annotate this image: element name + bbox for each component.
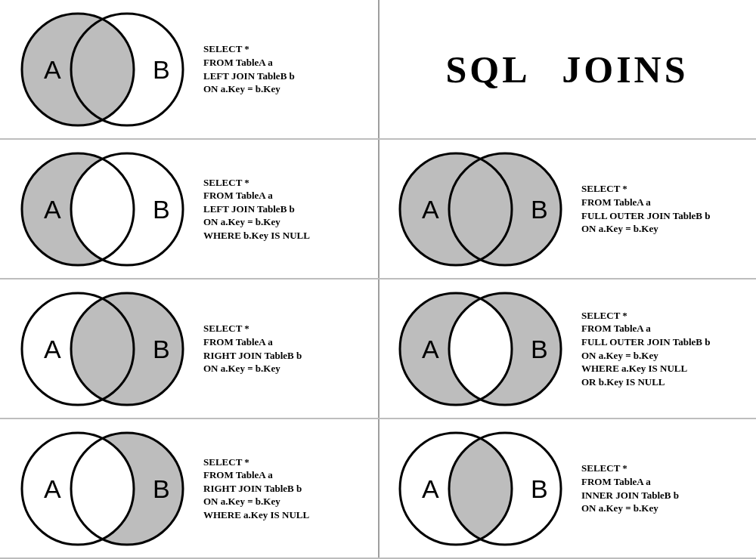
sql-inner-join: SELECT * FROM TableA a INNER JOIN TableB… [581, 462, 679, 514]
cell-title: SQL JOINS [378, 0, 756, 140]
label-b: B [153, 335, 170, 363]
cell-right-join-excl: A B SELECT * FROM TableA a RIGHT JOIN Ta… [0, 419, 378, 559]
label-b: B [531, 195, 548, 224]
venn-left-join-excl: A B [6, 145, 199, 273]
venn-full-outer: A B [384, 145, 577, 273]
label-b: B [153, 474, 170, 503]
label-b: B [531, 335, 548, 363]
venn-full-outer-excl: A B [384, 285, 577, 413]
page-title: SQL JOINS [445, 48, 688, 91]
label-a: A [44, 474, 61, 503]
cell-left-join: A B SELECT * FROM TableA a LEFT JOIN Tab… [0, 0, 378, 140]
venn-left-join: A B [6, 5, 199, 134]
sql-full-outer-excl: SELECT * FROM TableA a FULL OUTER JOIN T… [581, 309, 711, 388]
cell-left-join-excl: A B SELECT * FROM TableA a LEFT JOIN Tab… [0, 140, 378, 280]
cell-right-join: A B SELECT * FROM TableA a RIGHT JOIN Ta… [0, 280, 378, 419]
label-a: A [44, 335, 61, 363]
cell-inner-join: A B SELECT * FROM TableA a INNER JOIN Ta… [378, 419, 756, 559]
sql-right-join: SELECT * FROM TableA a RIGHT JOIN TableB… [203, 322, 302, 375]
sql-left-join: SELECT * FROM TableA a LEFT JOIN TableB … [203, 42, 295, 95]
sql-right-join-excl: SELECT * FROM TableA a RIGHT JOIN TableB… [203, 456, 309, 522]
label-a: A [422, 335, 439, 363]
venn-inner-join: A B [384, 425, 577, 553]
venn-right-join-excl: A B [6, 425, 199, 553]
label-a: A [44, 55, 61, 84]
label-b: B [153, 55, 170, 84]
cell-full-outer-excl: A B SELECT * FROM TableA a FULL OUTER JO… [378, 280, 756, 419]
label-a: A [422, 474, 439, 503]
venn-right-join: A B [6, 285, 199, 413]
label-a: A [44, 195, 61, 224]
label-b: B [531, 474, 548, 503]
sql-left-join-excl: SELECT * FROM TableA a LEFT JOIN TableB … [203, 176, 310, 242]
joins-grid: A B SELECT * FROM TableA a LEFT JOIN Tab… [0, 0, 756, 559]
sql-full-outer: SELECT * FROM TableA a FULL OUTER JOIN T… [581, 182, 711, 235]
cell-full-outer: A B SELECT * FROM TableA a FULL OUTER JO… [378, 140, 756, 280]
label-b: B [153, 195, 170, 224]
label-a: A [422, 195, 439, 224]
